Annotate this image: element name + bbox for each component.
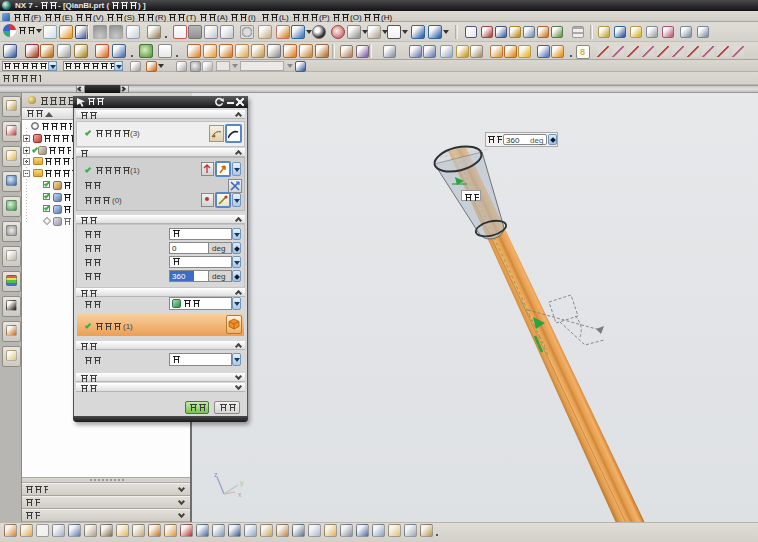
svg-text:x: x	[238, 491, 242, 498]
svg-text:y: y	[240, 479, 244, 487]
svg-text:z: z	[214, 471, 218, 478]
